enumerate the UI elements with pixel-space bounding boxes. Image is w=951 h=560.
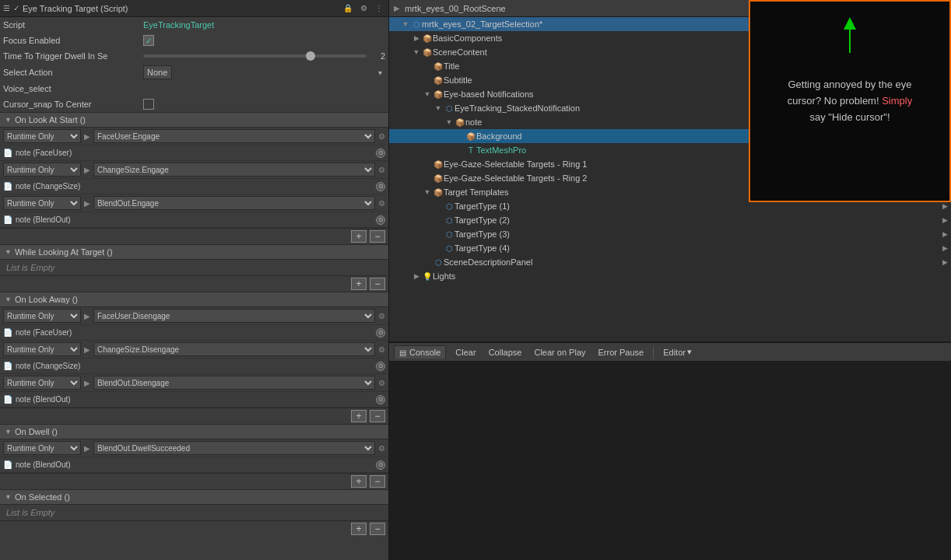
time-trigger-row: Time To Trigger Dwell In Se 2 bbox=[0, 48, 388, 64]
dwell-add-btn[interactable]: + bbox=[351, 475, 367, 488]
lights-label: Lights bbox=[433, 271, 951, 281]
targettype3-icon: ⬡ bbox=[444, 230, 454, 239]
cursor-arrow-up bbox=[844, 17, 856, 30]
look-start-runtime-select-3[interactable]: Runtime Only bbox=[3, 196, 81, 210]
console-error-pause-btn[interactable]: Error Pause bbox=[595, 346, 647, 359]
look-away-runtime-1[interactable]: Runtime Only bbox=[3, 309, 81, 323]
dwell-runtime-1[interactable]: Runtime Only bbox=[3, 441, 81, 455]
console-collapse-btn[interactable]: Collapse bbox=[486, 346, 525, 359]
look-start-doc-icon-2: 📄 bbox=[3, 182, 12, 191]
look-start-add-btn[interactable]: + bbox=[351, 230, 367, 243]
dwell-settings-1[interactable]: ⚙ bbox=[378, 444, 385, 453]
look-away-action-2[interactable]: ChangeSize.Disengage bbox=[93, 342, 375, 356]
look-away-settings-1[interactable]: ⚙ bbox=[378, 312, 385, 320]
look-start-doc-icon-1: 📄 bbox=[3, 149, 12, 157]
on-selected-footer: + − bbox=[0, 520, 388, 537]
on-selected-empty: List is Empty bbox=[0, 505, 388, 520]
look-away-add-btn[interactable]: + bbox=[351, 410, 367, 422]
dwell-name-1: note (BlendOut) bbox=[16, 460, 373, 469]
while-looking-add-btn[interactable]: + bbox=[351, 278, 367, 290]
on-look-at-start-arrow: ▼ bbox=[5, 116, 12, 124]
checkbox-icon: ✓ bbox=[13, 4, 19, 12]
console-editor-btn[interactable]: Editor ▾ bbox=[660, 345, 695, 359]
look-away-settings-3[interactable]: ⚙ bbox=[378, 379, 385, 387]
while-looking-header[interactable]: ▼ While Looking At Target () bbox=[0, 244, 388, 260]
look-away-remove-btn[interactable]: − bbox=[370, 410, 385, 422]
look-away-obj-1: 📄 note (FaceUser) ⊙ bbox=[0, 325, 388, 341]
cursor-snap-checkbox[interactable] bbox=[143, 99, 154, 110]
ring2-icon: 📦 bbox=[433, 174, 444, 183]
dwell-doc-1: 📄 bbox=[3, 460, 12, 469]
look-start-runtime-select-2[interactable]: Runtime Only bbox=[3, 163, 81, 177]
look-start-runtime-select-1[interactable]: Runtime Only bbox=[3, 129, 81, 143]
lock-icon[interactable]: 🔒 bbox=[342, 2, 354, 15]
time-trigger-slider-container: 2 bbox=[143, 51, 385, 61]
window-title: Eye Tracking Target (Script) bbox=[23, 4, 128, 13]
scene-content-arrow: ▼ bbox=[411, 48, 422, 56]
select-action-dropdown[interactable]: None bbox=[143, 65, 172, 79]
look-start-settings-3[interactable]: ⚙ bbox=[378, 199, 385, 208]
look-away-doc-1: 📄 bbox=[3, 328, 12, 337]
while-looking-footer: + − bbox=[0, 275, 388, 292]
look-start-action-select-1[interactable]: FaceUser.Engage bbox=[93, 129, 375, 143]
tree-item-targettype4[interactable]: ⬡ TargetType (4) ▶ bbox=[389, 241, 951, 255]
inspector-panel: ☰ ✓ Eye Tracking Target (Script) 🔒 ⚙ ⋮ S… bbox=[0, 0, 389, 560]
tree-item-targettype2[interactable]: ⬡ TargetType (2) ▶ bbox=[389, 213, 951, 227]
overflow-icon[interactable]: ⋮ bbox=[373, 2, 385, 15]
tree-item-lights[interactable]: ▶ 💡 Lights bbox=[389, 269, 951, 283]
on-selected-add-btn[interactable]: + bbox=[351, 523, 367, 535]
cursor-indicator bbox=[844, 17, 856, 53]
settings-icon[interactable]: ⚙ bbox=[357, 2, 370, 15]
look-start-obj-dot-1[interactable]: ⊙ bbox=[376, 149, 385, 158]
targettype3-label: TargetType (3) bbox=[454, 229, 942, 239]
dwell-remove-btn[interactable]: − bbox=[370, 475, 385, 488]
targettype1-label: TargetType (1) bbox=[454, 201, 942, 211]
look-away-dot-2[interactable]: ⊙ bbox=[376, 362, 385, 371]
ring1-icon: 📦 bbox=[433, 160, 444, 169]
look-away-dot-1[interactable]: ⊙ bbox=[376, 328, 385, 338]
look-start-arrow-icon-2: ▶ bbox=[84, 166, 90, 174]
look-away-action-1[interactable]: FaceUser.Disengage bbox=[93, 309, 375, 323]
dwell-dot-1[interactable]: ⊙ bbox=[376, 460, 385, 470]
lights-arrow: ▶ bbox=[411, 272, 422, 280]
tree-item-targettype3[interactable]: ⬡ TargetType (3) ▶ bbox=[389, 227, 951, 241]
focus-enabled-checkbox[interactable]: ✓ bbox=[143, 35, 154, 46]
note-arrow: ▼ bbox=[444, 118, 454, 126]
tree-item-scene-desc[interactable]: ⬡ SceneDescriptionPanel ▶ bbox=[389, 255, 951, 269]
look-away-obj-3: 📄 note (BlendOut) ⊙ bbox=[0, 392, 388, 408]
look-start-obj-dot-3[interactable]: ⊙ bbox=[376, 215, 385, 225]
look-away-runtime-2[interactable]: Runtime Only bbox=[3, 342, 81, 356]
on-selected-header[interactable]: ▼ On Selected () bbox=[0, 489, 388, 505]
look-start-settings-2[interactable]: ⚙ bbox=[378, 166, 385, 174]
dwell-arrow-1: ▶ bbox=[84, 444, 90, 453]
time-trigger-slider-track[interactable] bbox=[143, 54, 367, 58]
look-away-action-3[interactable]: BlendOut.Disengage bbox=[93, 376, 375, 390]
game-preview-window: Getting annoyed by the eye cursor? No pr… bbox=[749, 0, 951, 202]
console-tab[interactable]: ▤ Console bbox=[394, 345, 446, 359]
look-start-remove-btn[interactable]: − bbox=[370, 230, 385, 243]
look-start-settings-1[interactable]: ⚙ bbox=[378, 132, 385, 141]
preview-line3: say "Hide cursor"! bbox=[809, 110, 890, 122]
console-clear-on-play-btn[interactable]: Clear on Play bbox=[531, 346, 588, 359]
look-away-settings-2[interactable]: ⚙ bbox=[378, 345, 385, 354]
console-editor-label: Editor bbox=[663, 348, 686, 357]
on-selected-title: On Selected () bbox=[15, 492, 70, 502]
dwell-action-1[interactable]: BlendOut.DwellSucceeded bbox=[93, 441, 375, 455]
textmeshpro-icon: T bbox=[465, 146, 476, 155]
look-start-action-select-2[interactable]: ChangeSize.Engage bbox=[93, 163, 375, 177]
look-away-dot-3[interactable]: ⊙ bbox=[376, 395, 385, 404]
scene-desc-right: ▶ bbox=[942, 258, 948, 266]
time-trigger-value: 2 bbox=[370, 51, 385, 61]
on-dwell-header[interactable]: ▼ On Dwell () bbox=[0, 424, 388, 439]
console-tab-label: Console bbox=[409, 348, 440, 357]
look-away-runtime-3[interactable]: Runtime Only bbox=[3, 376, 81, 390]
on-selected-remove-btn[interactable]: − bbox=[370, 523, 385, 535]
time-trigger-slider-thumb[interactable] bbox=[306, 51, 315, 61]
console-clear-btn[interactable]: Clear bbox=[452, 346, 479, 359]
look-start-obj-dot-2[interactable]: ⊙ bbox=[376, 182, 385, 191]
on-look-away-header[interactable]: ▼ On Look Away () bbox=[0, 292, 388, 307]
on-look-at-start-header[interactable]: ▼ On Look At Start () bbox=[0, 112, 388, 128]
while-looking-remove-btn[interactable]: − bbox=[370, 278, 385, 290]
look-start-action-select-3[interactable]: BlendOut.Engage bbox=[93, 196, 375, 210]
look-away-name-3: note (BlendOut) bbox=[16, 395, 373, 404]
